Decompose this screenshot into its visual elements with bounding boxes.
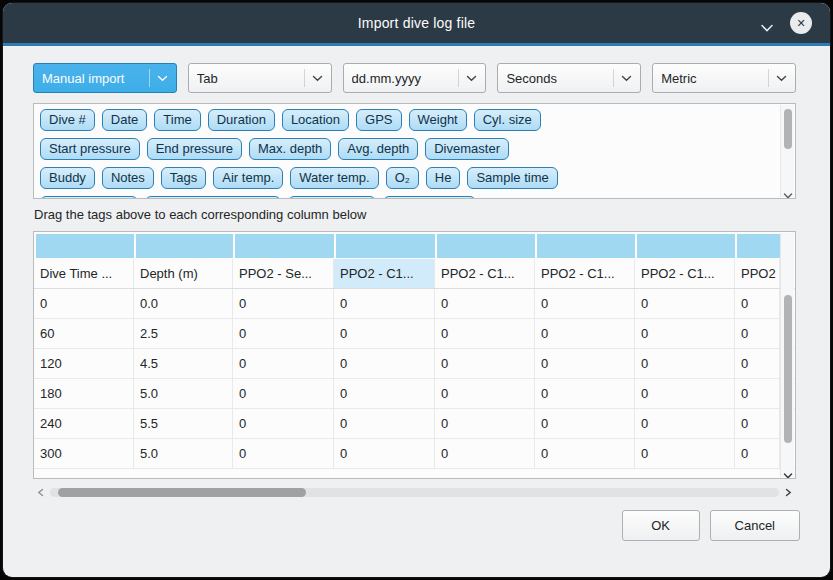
table-cell: 0: [334, 319, 435, 348]
tag-water-temp[interactable]: Water temp.: [290, 167, 378, 189]
drop-target-cell[interactable]: [637, 234, 737, 258]
table-cell: 0: [535, 379, 635, 408]
combo-seconds[interactable]: Seconds: [497, 63, 641, 93]
table-cell: 0: [635, 379, 735, 408]
tag-end-pressure[interactable]: End pressure: [147, 138, 242, 160]
combo-value: Metric: [661, 71, 762, 86]
tag-row: BuddyNotesTagsAir temp.Water temp.O₂HeSa…: [40, 167, 771, 189]
combo-value: Manual import: [42, 71, 143, 86]
table-body: 00.0000000602.50000001204.50000001805.00…: [34, 289, 795, 469]
drop-target-cell[interactable]: [136, 234, 235, 258]
table-cell: 0: [635, 409, 735, 438]
table-cell: 0: [435, 319, 535, 348]
preview-table: Dive Time ...Depth (m)PPO2 - Se...PPO2 -…: [33, 231, 796, 479]
column-header[interactable]: PPO2 - C1...: [535, 259, 635, 288]
table-cell: 0: [735, 409, 780, 438]
tag-start-pressure[interactable]: Start pressure: [40, 138, 140, 160]
table-cell: 0: [34, 289, 134, 318]
table-cell: 0: [435, 349, 535, 378]
table-cell: 0: [535, 349, 635, 378]
scrollbar-thumb[interactable]: [784, 295, 792, 443]
column-header[interactable]: PPO2 - C1...: [635, 259, 735, 288]
tag-air-temp[interactable]: Air temp.: [213, 167, 283, 189]
tag-sample-temperature[interactable]: Sample temperature: [145, 196, 281, 199]
combo-metric[interactable]: Metric: [652, 63, 796, 93]
tag-location[interactable]: Location: [282, 109, 349, 131]
table-cell: 0: [735, 379, 780, 408]
tag-buddy[interactable]: Buddy: [40, 167, 95, 189]
window-title: Import dive log file: [93, 3, 740, 43]
tag-cyl-size[interactable]: Cyl. size: [474, 109, 541, 131]
table-scrollbar[interactable]: [780, 233, 794, 477]
table-row: 602.5000000: [34, 319, 795, 349]
tag-scrollbar[interactable]: [780, 105, 794, 197]
tag-notes[interactable]: Notes: [102, 167, 154, 189]
tag-duration[interactable]: Duration: [208, 109, 275, 131]
titlebar-accent-line: [3, 43, 830, 46]
column-header[interactable]: PPO2 - Se...: [233, 259, 334, 288]
table-cell: 0: [535, 289, 635, 318]
drop-row: [34, 232, 795, 259]
table-cell: 0: [735, 319, 780, 348]
combo-tab[interactable]: Tab: [188, 63, 332, 93]
tag-tags[interactable]: Tags: [161, 167, 206, 189]
table-cell: 240: [34, 409, 134, 438]
table-cell: 0: [233, 379, 334, 408]
tag-avg-depth[interactable]: Avg. depth: [338, 138, 418, 160]
tag-dive[interactable]: Dive #: [40, 109, 95, 131]
tag-time[interactable]: Time: [154, 109, 200, 131]
chevron-right-icon[interactable]: [783, 488, 793, 497]
combo-manual-import[interactable]: Manual import: [33, 63, 177, 93]
table-cell: 180: [34, 379, 134, 408]
tag-sample-time[interactable]: Sample time: [467, 167, 557, 189]
combo-dd-mm-yyyy[interactable]: dd.mm.yyyy: [343, 63, 487, 93]
tag-row: Start pressureEnd pressureMax. depthAvg.…: [40, 138, 771, 160]
tag-o[interactable]: O₂: [386, 167, 419, 189]
combo-value: Seconds: [506, 71, 607, 86]
table-cell: 0: [635, 289, 735, 318]
chevron-left-icon[interactable]: [36, 488, 46, 497]
drop-target-cell[interactable]: [737, 234, 782, 258]
tag-sample-depth[interactable]: Sample depth: [40, 196, 138, 199]
tag-max-depth[interactable]: Max. depth: [249, 138, 331, 160]
column-header[interactable]: Depth (m): [134, 259, 233, 288]
tag-box: Dive #DateTimeDurationLocationGPSWeightC…: [33, 103, 796, 199]
scrollbar-thumb[interactable]: [784, 109, 792, 149]
combo-row: Manual importTabdd.mm.yyyySecondsMetric: [33, 63, 796, 93]
column-header[interactable]: PPO2 - C1...: [435, 259, 535, 288]
drop-target-cell[interactable]: [336, 234, 437, 258]
column-header[interactable]: PPO2 - C1...: [334, 259, 435, 288]
tag-gps[interactable]: GPS: [356, 109, 401, 131]
drop-target-cell[interactable]: [235, 234, 336, 258]
cancel-button[interactable]: Cancel: [710, 510, 800, 541]
titlebar: Import dive log file ✕: [3, 3, 830, 43]
tag-date[interactable]: Date: [102, 109, 147, 131]
drop-target-cell[interactable]: [36, 234, 136, 258]
chevron-down-icon[interactable]: [783, 186, 793, 194]
chevron-down-icon[interactable]: [783, 466, 793, 474]
table-cell: 0: [233, 289, 334, 318]
tag-he[interactable]: He: [426, 167, 461, 189]
horizontal-scrollbar[interactable]: [33, 484, 796, 500]
chevron-down-icon: [304, 69, 323, 87]
table-row: 00.0000000: [34, 289, 795, 319]
close-button[interactable]: ✕: [790, 12, 812, 34]
table-cell: 300: [34, 439, 134, 468]
table-cell: 0: [233, 409, 334, 438]
table-cell: 5.0: [134, 379, 233, 408]
tag-weight[interactable]: Weight: [409, 109, 467, 131]
tag-sample-po[interactable]: Sample pO₂: [288, 196, 376, 199]
scrollbar-track[interactable]: [50, 488, 779, 497]
scrollbar-thumb[interactable]: [58, 488, 306, 497]
column-header[interactable]: Dive Time ...: [34, 259, 134, 288]
drop-target-cell[interactable]: [437, 234, 537, 258]
tag-sample-cns[interactable]: Sample CNS: [383, 196, 476, 199]
chevron-down-icon[interactable]: [760, 19, 774, 29]
column-header[interactable]: PPO2: [735, 259, 780, 288]
tag-divemaster[interactable]: Divemaster: [425, 138, 509, 160]
table-cell: 60: [34, 319, 134, 348]
ok-button[interactable]: OK: [622, 510, 700, 541]
table-cell: 0: [435, 409, 535, 438]
table-cell: 0: [334, 349, 435, 378]
drop-target-cell[interactable]: [537, 234, 637, 258]
